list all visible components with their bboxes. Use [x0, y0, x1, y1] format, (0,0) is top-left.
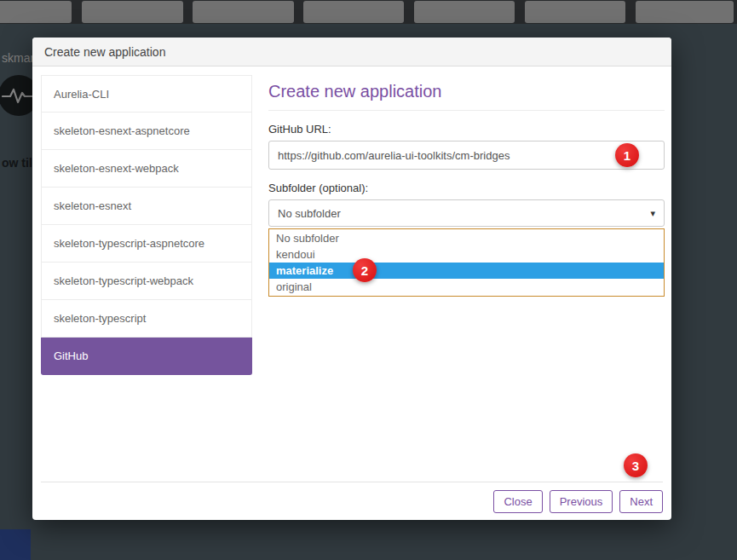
template-item-skeleton-esnext-webpack[interactable]: skeleton-esnext-webpack: [41, 150, 252, 188]
option-no-subfolder[interactable]: No subfolder: [269, 230, 664, 246]
dialog-title: Create new application: [44, 45, 165, 59]
callout-badge-1: 1: [615, 143, 639, 167]
template-item-github[interactable]: GitHub: [41, 338, 252, 375]
subfolder-label: Subfolder (optional):: [268, 182, 665, 194]
github-url-label: GitHub URL:: [268, 123, 665, 136]
github-url-input[interactable]: [268, 141, 665, 170]
dialog-content: Create new application GitHub URL: 1 Sub…: [268, 75, 665, 297]
template-item-skeleton-typescript-webpack[interactable]: skeleton-typescript-webpack: [41, 263, 252, 300]
template-item-aurelia-cli[interactable]: Aurelia-CLI: [41, 75, 252, 113]
subfolder-dropdown: No subfolder kendoui materialize origina…: [268, 228, 665, 297]
subfolder-select[interactable]: No subfolder ▾: [268, 199, 665, 227]
github-url-field: 1: [268, 141, 665, 170]
dialog-header: Create new application: [32, 38, 671, 66]
create-application-dialog: Create new application Aurelia-CLI skele…: [32, 38, 671, 520]
callout-badge-2: 2: [353, 258, 377, 282]
screen: skman ow tile Create new application Aur…: [0, 0, 737, 560]
subfolder-select-value: No subfolder: [278, 207, 341, 220]
template-item-skeleton-esnext[interactable]: skeleton-esnext: [41, 188, 252, 225]
template-item-skeleton-typescript-aspnetcore[interactable]: skeleton-typescript-aspnetcore: [41, 225, 252, 263]
close-button[interactable]: Close: [493, 490, 542, 513]
option-original[interactable]: original: [269, 279, 664, 295]
template-list: Aurelia-CLI skeleton-esnext-aspnetcore s…: [41, 75, 252, 375]
template-item-skeleton-esnext-aspnetcore[interactable]: skeleton-esnext-aspnetcore: [41, 113, 252, 150]
chevron-down-icon: ▾: [650, 208, 655, 219]
dialog-footer: Close Previous Next: [41, 482, 663, 513]
callout-badge-3: 3: [624, 453, 648, 477]
next-button[interactable]: Next: [619, 490, 663, 513]
previous-button[interactable]: Previous: [550, 490, 613, 513]
option-materialize[interactable]: materialize: [269, 263, 664, 279]
option-kendoui[interactable]: kendoui: [269, 246, 664, 263]
content-title: Create new application: [268, 82, 665, 111]
template-item-skeleton-typescript[interactable]: skeleton-typescript: [41, 300, 252, 338]
